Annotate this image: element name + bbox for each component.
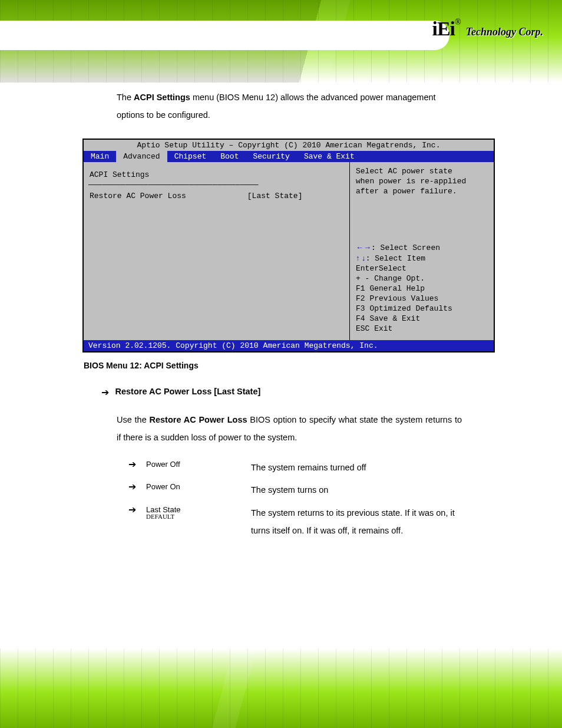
bios-key-text: F2 Previous Values [356, 294, 438, 303]
option-doc-description: Use the Restore AC Power Loss BIOS optio… [117, 411, 462, 447]
bios-key-text: F1 General Help [356, 284, 425, 293]
bios-tab: Main [84, 151, 116, 162]
option-value-desc: The system turns on [251, 481, 469, 499]
option-value-desc: The system returns to its previous state… [251, 504, 469, 540]
bios-key-line: + - Change Opt. [356, 274, 489, 283]
brand-logo: iEi® Technology Corp. [432, 18, 543, 40]
option-value-table: ➔Power OffThe system remains turned off➔… [128, 459, 495, 540]
bios-key-line: ←→: Select Screen [356, 243, 489, 252]
option-value-row: ➔Last StateDEFAULTThe system returns to … [128, 504, 495, 540]
option-doc-heading: Restore AC Power Loss [Last State] [115, 387, 260, 396]
bios-left-pane: ACPI Settings ——————————————————————————… [84, 162, 349, 340]
option-value-row: ➔Power OnThe system turns on [128, 481, 495, 499]
bios-help-line: Select AC power state [356, 167, 489, 176]
arrow-icon: ➔ [101, 387, 109, 397]
bios-subtitle: ACPI Settings [90, 170, 345, 179]
bios-option-row: Restore AC Power Loss [Last State] [90, 192, 345, 200]
bios-option-value: [Last State] [247, 192, 303, 200]
option-doc-block: ➔ Restore AC Power Loss [Last State] Use… [82, 387, 495, 540]
bios-divider: ————————————————————————————————————— [88, 180, 345, 189]
bios-key-text: EnterSelect [356, 264, 406, 273]
bios-key-line: F3 Optimized Defaults [356, 304, 489, 313]
logo-reg: ® [455, 18, 461, 27]
page-content: The ACPI Settings menu (BIOS Menu 12) al… [82, 85, 495, 545]
bios-screenshot: Aptio Setup Utility – Copyright (C) 2010… [82, 139, 495, 353]
arrow-icon: ➔ [128, 459, 146, 476]
bios-key-line: F4 Save & Exit [356, 314, 489, 323]
bios-help-line: after a power failure. [356, 187, 489, 196]
option-value-key: Last StateDEFAULT [146, 504, 251, 540]
bios-key-line: ↑ ↓: Select Item [356, 253, 489, 263]
bios-footer: Version 2.02.1205. Copyright (C) 2010 Am… [84, 340, 494, 351]
opt-desc-pre: Use the [117, 415, 149, 424]
bios-key-text: ESC Exit [356, 324, 392, 333]
bios-key-line: F1 General Help [356, 284, 489, 293]
arrow-icon: ←→ [356, 243, 371, 252]
bios-help-text: Select AC power statewhen power is re-ap… [356, 167, 489, 196]
option-default-tag: DEFAULT [146, 513, 251, 520]
bios-key-text: : Select Screen [371, 243, 440, 252]
bios-title: Aptio Setup Utility – Copyright (C) 2010… [84, 140, 494, 151]
footer-decoration [0, 648, 562, 728]
option-value-key: Power On [146, 481, 251, 499]
bios-help-line: when power is re-applied [356, 177, 489, 186]
intro-paragraph: The ACPI Settings menu (BIOS Menu 12) al… [117, 88, 462, 124]
bios-tab: Security [246, 151, 296, 162]
option-value-desc: The system remains turned off [251, 459, 469, 476]
intro-pre: The [117, 93, 134, 102]
bios-key-text: F4 Save & Exit [356, 314, 420, 323]
bios-caption: BIOS Menu 12: ACPI Settings [84, 361, 495, 370]
bios-key-text: F3 Optimized Defaults [356, 304, 452, 313]
logo-tagline: Technology Corp. [466, 26, 543, 38]
logo-name: iEi [432, 18, 455, 39]
bios-option-label: Restore AC Power Loss [90, 192, 243, 200]
header-decoration: iEi® Technology Corp. [0, 0, 562, 83]
bios-key-line: F2 Previous Values [356, 294, 489, 303]
bios-key-text: : Select Item [366, 254, 425, 263]
bios-key-help: ←→: Select Screen↑ ↓: Select ItemEnterSe… [356, 243, 489, 333]
bios-tab: Chipset [167, 151, 214, 162]
bios-tab: Save & Exit [297, 151, 362, 162]
bios-key-line: ESC Exit [356, 324, 489, 333]
option-value-row: ➔Power OffThe system remains turned off [128, 459, 495, 476]
opt-desc-bold: Restore AC Power Loss [149, 415, 247, 424]
arrow-icon: ➔ [128, 481, 146, 499]
bios-right-pane: Select AC power statewhen power is re-ap… [349, 162, 494, 340]
arrow-icon: ➔ [128, 504, 146, 540]
bios-key-text: + - Change Opt. [356, 274, 425, 283]
bios-tab: Boot [213, 151, 246, 162]
option-value-key: Power Off [146, 459, 251, 476]
bios-key-line: EnterSelect [356, 264, 489, 273]
header-curve [0, 21, 449, 50]
arrow-icon: ↑ ↓ [356, 253, 366, 262]
intro-bold: ACPI Settings [134, 93, 190, 102]
bios-tab: Advanced [116, 151, 167, 162]
bios-tab-row: MainAdvancedChipsetBootSecuritySave & Ex… [84, 151, 494, 162]
